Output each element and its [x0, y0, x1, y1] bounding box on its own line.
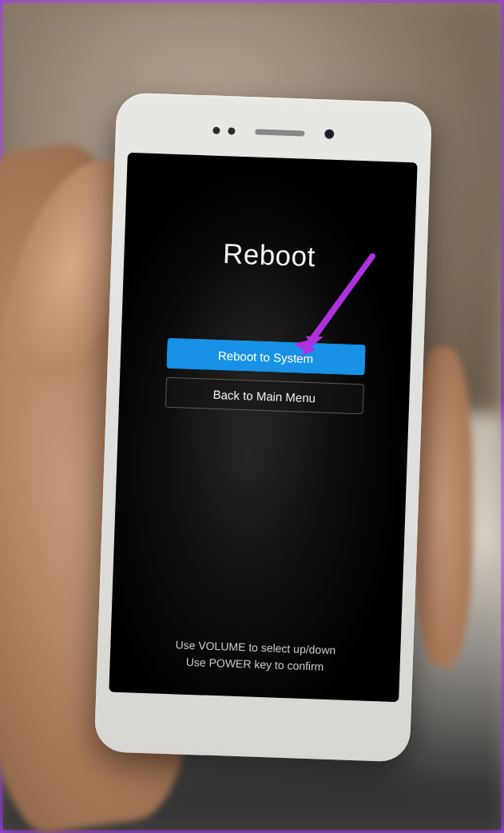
- recovery-menu-screen: Reboot Reboot to System Back to Main Men…: [109, 153, 417, 702]
- back-to-main-menu-label: Back to Main Menu: [212, 387, 315, 404]
- ambient-sensor-icon: [228, 127, 235, 134]
- page-title: Reboot: [222, 237, 315, 273]
- navigation-hint: Use VOLUME to select up/down Use POWER k…: [109, 635, 400, 679]
- front-camera-icon: [324, 129, 334, 138]
- reboot-to-system-label: Reboot to System: [218, 348, 314, 365]
- phone-screen: Reboot Reboot to System Back to Main Men…: [109, 153, 417, 702]
- menu-options: Reboot to System Back to Main Menu: [165, 338, 365, 415]
- image-container: Reboot Reboot to System Back to Main Men…: [0, 0, 504, 833]
- proximity-sensor-icon: [212, 126, 220, 134]
- phone-device: Reboot Reboot to System Back to Main Men…: [94, 92, 433, 762]
- earpiece-icon: [255, 129, 304, 136]
- back-to-main-menu-button[interactable]: Back to Main Menu: [165, 377, 363, 415]
- reboot-to-system-button[interactable]: Reboot to System: [166, 338, 365, 376]
- phone-top-bezel: [115, 106, 432, 157]
